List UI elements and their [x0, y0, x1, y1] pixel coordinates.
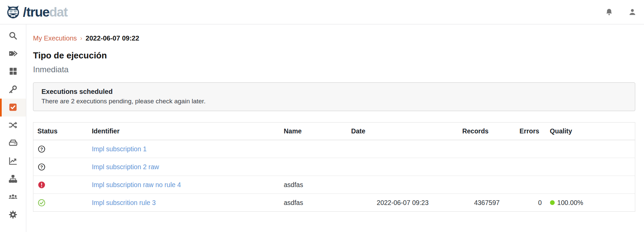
table-header-row: Status Identifier Name Date Records Erro… — [33, 123, 635, 140]
cell-quality — [546, 176, 635, 194]
cell-errors — [516, 158, 546, 176]
breadcrumb: My Executions › 2022-06-07 09:22 — [33, 34, 635, 42]
sitemap-icon — [8, 174, 18, 184]
column-header-errors: Errors — [516, 123, 546, 140]
notifications-bell-icon[interactable] — [605, 8, 613, 16]
cell-date — [347, 158, 458, 176]
storage-drive-icon — [8, 138, 18, 149]
sidebar — [0, 24, 26, 232]
status-pending-icon: ? — [37, 145, 84, 153]
brand-logo[interactable]: /truedat — [0, 4, 67, 20]
cell-quality — [546, 140, 635, 158]
brand-slash: / — [22, 5, 26, 19]
cell-quality — [546, 158, 635, 176]
svg-text:?: ? — [40, 146, 43, 151]
header-actions — [605, 8, 644, 16]
column-header-records: Records — [458, 123, 516, 140]
column-header-identifier: Identifier — [88, 123, 280, 140]
shuffle-icon — [8, 121, 18, 131]
table-row: ? Impl subscription 1 — [33, 140, 635, 158]
implementation-link[interactable]: Impl subscription raw no rule 4 — [92, 181, 181, 188]
sidebar-item-sitemap[interactable] — [0, 170, 26, 188]
quality-ok-dot-icon — [550, 200, 555, 205]
main-content: My Executions › 2022-06-07 09:22 Tipo de… — [26, 24, 644, 232]
top-header: /truedat — [0, 0, 644, 24]
sidebar-item-settings[interactable] — [0, 206, 26, 224]
owl-logo-icon — [5, 4, 21, 20]
search-icon — [8, 31, 18, 41]
executions-table: Status Identifier Name Date Records Erro… — [33, 122, 635, 212]
breadcrumb-separator-icon: › — [80, 35, 82, 42]
grid-modules-icon — [9, 67, 18, 77]
chart-line-icon — [8, 156, 18, 166]
table-row: Impl subscription raw no rule 4 asdfas — [33, 176, 635, 194]
cell-records — [458, 158, 516, 176]
cell-errors — [516, 140, 546, 158]
sidebar-item-charts[interactable] — [0, 152, 26, 170]
status-pending-icon: ? — [37, 163, 84, 171]
alert-title: Executions scheduled — [41, 88, 627, 96]
cell-name — [280, 158, 347, 176]
sidebar-item-search[interactable] — [0, 27, 26, 45]
sidebar-item-users[interactable] — [0, 188, 26, 206]
table-row: ? Impl subscription 2 raw — [33, 158, 635, 176]
implementation-link[interactable]: Impl subscription 2 raw — [92, 163, 159, 171]
quality-percentage: 100.00% — [557, 199, 583, 207]
brand-name-primary: true — [26, 5, 49, 19]
status-error-icon — [37, 181, 84, 189]
quality-value: 100.00% — [550, 199, 631, 207]
cell-name: asdfas — [280, 194, 347, 212]
check-square-icon — [8, 103, 18, 113]
cell-records — [458, 140, 516, 158]
executions-scheduled-alert: Executions scheduled There are 2 executi… — [33, 82, 635, 111]
table-row: Impl subscrition rule 3 asdfas 2022-06-0… — [33, 194, 635, 212]
column-header-quality: Quality — [546, 123, 635, 140]
sidebar-item-executions[interactable] — [0, 99, 26, 117]
svg-text:?: ? — [40, 164, 43, 169]
breadcrumb-current: 2022-06-07 09:22 — [86, 34, 139, 42]
cell-errors: 0 — [516, 194, 546, 212]
alert-message: There are 2 executions pending, please c… — [41, 98, 627, 105]
column-header-date: Date — [347, 123, 458, 140]
cell-name: asdfas — [280, 176, 347, 194]
brand-name-secondary: dat — [49, 5, 67, 19]
breadcrumb-link-my-executions[interactable]: My Executions — [33, 34, 77, 42]
user-profile-icon[interactable] — [628, 8, 637, 16]
cell-name — [280, 140, 347, 158]
cell-errors — [516, 176, 546, 194]
column-header-status: Status — [33, 123, 88, 140]
status-success-icon — [37, 199, 84, 207]
sidebar-item-key[interactable] — [0, 81, 26, 99]
key-icon — [8, 85, 18, 95]
cell-date — [347, 140, 458, 158]
sidebar-item-grid[interactable] — [0, 63, 26, 81]
implementation-link[interactable]: Impl subscription 1 — [92, 145, 147, 153]
cell-date: 2022-06-07 09:23 — [347, 194, 458, 212]
cell-records — [458, 176, 516, 194]
implementation-link[interactable]: Impl subscrition rule 3 — [92, 199, 156, 206]
sidebar-item-tags[interactable] — [0, 45, 26, 63]
column-header-name: Name — [280, 123, 347, 140]
brand-wordmark: /truedat — [22, 5, 67, 19]
execution-type-value: Inmediata — [33, 65, 635, 74]
cell-date — [347, 176, 458, 194]
gear-icon — [8, 210, 18, 220]
tags-icon — [8, 49, 18, 59]
sidebar-item-storage[interactable] — [0, 134, 26, 152]
users-icon — [8, 192, 18, 203]
cell-records: 4367597 — [458, 194, 516, 212]
page-title: Tipo de ejecución — [33, 50, 635, 61]
sidebar-item-shuffle[interactable] — [0, 117, 26, 134]
